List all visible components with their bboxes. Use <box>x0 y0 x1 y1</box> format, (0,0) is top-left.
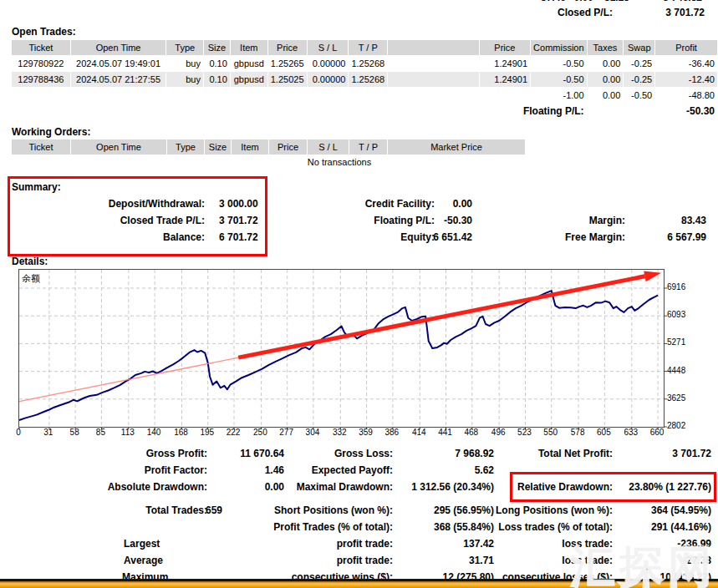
x-axis-tick-label: 85 <box>89 428 112 437</box>
cell <box>231 88 267 103</box>
cell: T / P <box>349 40 387 55</box>
cell: 2024.05.07 21:27:55 <box>71 72 166 87</box>
x-axis-tick-label: 140 <box>142 428 165 437</box>
relative-drawdown-label: Relative Drawdown: <box>517 481 613 493</box>
cell <box>388 88 478 103</box>
average-label: Average <box>124 555 163 566</box>
cell <box>388 72 478 87</box>
x-axis-tick-label: 660 <box>645 428 669 437</box>
cell: S / L <box>308 139 349 155</box>
x-axis-tick-label: 605 <box>592 428 615 437</box>
working-orders-title: Working Orders: <box>12 126 90 138</box>
relative-drawdown-value: 23.80% (1 227.76) <box>629 481 711 493</box>
clipped-taxes: 0.00 <box>574 0 593 3</box>
largest-profit-value: 137.42 <box>463 538 494 550</box>
cell <box>12 88 70 103</box>
floating-pl-row-label: Floating P/L: <box>12 104 587 119</box>
profit-trades-label: Profit Trades (% of total): <box>273 521 393 533</box>
cell <box>268 88 307 103</box>
credit-label: Credit Facility: <box>365 198 435 210</box>
average-profit-value: 31.71 <box>469 555 494 566</box>
expected-payoff-value: 5.62 <box>475 464 494 476</box>
maximal-drawdown-value: 1 312.56 (20.34%) <box>411 481 494 493</box>
absolute-drawdown-label: Absolute Drawdown: <box>108 481 207 493</box>
open-trades-title: Open Trades: <box>12 26 76 38</box>
table-row: -1.000.00-0.50-48.80 <box>12 88 717 103</box>
cell: -1.00 <box>531 88 587 103</box>
cell: buy <box>166 72 203 87</box>
total-net-profit-label: Total Net Profit: <box>538 448 613 459</box>
cell: Ticket <box>12 40 70 55</box>
loss-trades-value: 291 (44.16%) <box>651 521 711 533</box>
cell: 1.25268 <box>349 56 387 71</box>
y-axis-tick-label: 4448 <box>667 366 685 375</box>
cell: Ticket <box>12 139 70 155</box>
gross-loss-value: 7 968.92 <box>455 448 494 459</box>
total-net-profit-value: 3 701.72 <box>672 448 711 459</box>
y-axis-tick-label: 3625 <box>667 393 685 403</box>
cell <box>349 88 387 103</box>
x-axis-tick-label: 222 <box>222 428 245 437</box>
long-positions-value: 364 (54.95%) <box>651 504 711 516</box>
cell: 129788436 <box>12 72 70 87</box>
x-axis-tick-label: 468 <box>460 428 483 437</box>
y-axis-tick-label: 2802 <box>667 421 685 430</box>
x-axis-tick-label: 414 <box>407 428 430 437</box>
average-profit-label: profit trade: <box>337 555 393 566</box>
x-axis-tick-label: 31 <box>37 428 60 437</box>
cell: -36.40 <box>655 56 717 71</box>
cell: Profit <box>655 40 717 55</box>
cell: 0.10 <box>204 56 230 71</box>
cell: Price <box>269 139 307 155</box>
y-axis-tick-label: 6916 <box>667 282 685 291</box>
cell: 1.25265 <box>268 56 307 71</box>
x-axis-tick-label: 386 <box>380 428 404 437</box>
cell: 0.00 <box>588 56 624 71</box>
cell <box>388 56 478 71</box>
x-axis-tick-label: 359 <box>354 428 378 437</box>
gross-loss-label: Gross Loss: <box>334 448 393 459</box>
x-axis-tick-label: 113 <box>116 428 140 437</box>
cell: -0.50 <box>531 56 587 71</box>
floating-pl-row-value: -50.30 <box>588 104 717 119</box>
long-positions-label: Long Positions (won %): <box>496 504 613 516</box>
x-axis-tick-label: 250 <box>248 428 272 437</box>
cell: -0.25 <box>624 56 654 71</box>
cell <box>388 40 478 55</box>
x-axis-tick-label: 633 <box>619 428 643 437</box>
cell: Price <box>480 40 530 55</box>
cell: Market Price <box>388 139 525 155</box>
cell: -12.40 <box>655 72 717 87</box>
closed-trade-value: 3 701.72 <box>219 215 258 226</box>
chart-series-title: 余额 <box>22 272 40 285</box>
table-row: Floating P/L:-50.30 <box>12 104 717 119</box>
x-axis-tick-label: 578 <box>566 428 589 437</box>
cell: 1.25268 <box>349 72 387 87</box>
closed-trade-label: Closed Trade P/L: <box>120 215 205 226</box>
cell: 0.10 <box>204 72 230 87</box>
summary-title: Summary: <box>12 181 61 193</box>
free-margin-label: Free Margin: <box>565 231 625 243</box>
no-transactions-text: No transactions <box>0 157 679 167</box>
maximal-drawdown-label: Maximal Drawdown: <box>297 481 393 493</box>
cell: gbpusd <box>231 72 267 87</box>
x-axis-tick-label: 58 <box>63 428 86 437</box>
table-row: TicketOpen TimeTypeSizeItemPriceS / LT /… <box>12 139 525 155</box>
cell: 0.00000 <box>308 72 349 87</box>
deposit-label: Deposit/Withdrawal: <box>109 198 205 210</box>
cell: 1.24901 <box>480 56 530 71</box>
clipped-top-row: -57.46 0.00 -51.25 3 746.52 <box>0 0 718 3</box>
balance-label: Balance: <box>163 231 205 243</box>
clipped-swap: -51.25 <box>601 0 629 3</box>
cell: 1.25025 <box>268 72 307 87</box>
short-positions-value: 295 (56.95%) <box>434 504 494 516</box>
cell: T / P <box>349 139 387 155</box>
cell: Size <box>205 139 231 155</box>
total-trades-label: Total Trades: <box>145 504 207 516</box>
cell: S / L <box>308 40 349 55</box>
cell: -0.25 <box>624 72 654 87</box>
expected-payoff-label: Expected Payoff: <box>312 464 393 476</box>
details-title: Details: <box>12 256 48 267</box>
clipped-commission: -57.46 <box>537 0 566 3</box>
y-axis-tick-label: 5271 <box>667 337 685 347</box>
